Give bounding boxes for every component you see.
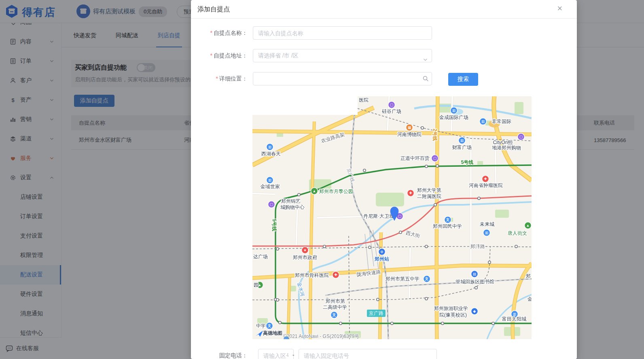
map-label: 丹尼斯·大卫城: [363, 213, 394, 219]
building-poi-icon: ▥: [480, 118, 487, 125]
map-label: 河南省肿瘤医院: [469, 183, 503, 188]
svg-text:▢: ▢: [270, 202, 273, 206]
pickup-name-input[interactable]: [253, 26, 432, 40]
svg-text:▦: ▦: [408, 125, 411, 130]
svg-text:⊙: ⊙: [380, 250, 383, 254]
map-label: 城购物中心: [280, 204, 305, 210]
detail-location-input[interactable]: [253, 72, 432, 85]
museum-poi-icon: ▦: [406, 124, 413, 131]
school-poi-icon: 文: [331, 312, 338, 319]
map-label: 郑州大学第: [417, 187, 441, 193]
svg-text:▲: ▲: [313, 189, 316, 193]
pickup-address-label: *自提点地址：: [191, 52, 248, 59]
landline-number-input[interactable]: [299, 349, 437, 359]
map-label: 唐人街文: [508, 230, 527, 236]
svg-text:文: 文: [425, 277, 429, 281]
map-label: ©2021 AutoNavi - GS(2019)6379号: [283, 334, 359, 339]
map-label: 郑: [526, 273, 531, 279]
map-label: 二附属医院: [417, 193, 441, 199]
map-label: 郑州旅游职业学: [434, 306, 468, 311]
map-label: 郑州市月季公园: [319, 189, 353, 194]
school-poi-icon: 文: [445, 217, 451, 223]
hospital-poi-icon: ✚: [482, 176, 489, 183]
svg-text:◆: ◆: [473, 309, 476, 313]
map-label: 中学: [256, 323, 266, 329]
search-icon: [422, 75, 429, 83]
svg-text:✚: ✚: [334, 273, 337, 277]
mall-poi-icon: ▢: [388, 102, 395, 108]
svg-text:▥: ▥: [452, 108, 456, 113]
svg-text:文: 文: [267, 324, 271, 328]
province-city-district-select[interactable]: 请选择省 /市 /区: [253, 49, 432, 62]
area-code-input[interactable]: [258, 349, 294, 359]
map-label: 达广场: [253, 254, 268, 259]
svg-text:▢: ▢: [433, 156, 437, 160]
building-poi-icon: ▥: [267, 177, 273, 184]
detail-location-label: *详细位置：: [191, 75, 248, 83]
park-poi-icon: ▲: [311, 188, 318, 195]
svg-text:▥: ▥: [460, 138, 464, 142]
map-label: 金域世家: [260, 184, 280, 189]
mall-poi-icon: ▢: [432, 155, 439, 162]
map-label: 非常国际: [492, 119, 511, 124]
map-label: 金成国际广场: [439, 115, 468, 120]
svg-text:▥: ▥: [481, 119, 485, 123]
map[interactable]: ▥▢▥▥▦▥▢▢▥▲▢✚✚▢文▥▲★⊙✚▲文文▤◆▥文 医院硅谷广场金成国际广场…: [252, 96, 532, 339]
map-label: 郑州市骨科医院: [295, 272, 329, 278]
svg-text:▥: ▥: [268, 145, 272, 149]
select-placeholder: 请选择省 /市 /区: [258, 52, 299, 59]
svg-text:✚: ✚: [409, 191, 412, 195]
map-label: 园: [254, 282, 258, 288]
svg-text:★: ★: [303, 248, 307, 252]
map-label: CityOn熙: [493, 140, 513, 145]
phone-separator: -: [292, 352, 294, 358]
svg-text:▥: ▥: [268, 178, 272, 182]
mall-poi-icon: ▢: [268, 201, 275, 208]
svg-text:文: 文: [446, 218, 450, 222]
map-label: 郑州锦艺: [281, 198, 301, 204]
map-label: 郑州市第五中学: [386, 276, 419, 282]
svg-text:▢: ▢: [519, 135, 523, 139]
close-icon[interactable]: ×: [554, 3, 566, 15]
map-label: 郑州市政府: [293, 255, 317, 260]
map-label: 地港郑州购物: [492, 145, 521, 151]
map-label: 郑州市第: [326, 298, 345, 304]
building-poi-icon: ▥: [267, 144, 273, 151]
modal-header-divider: [191, 18, 577, 19]
map-label: 河南博物院: [397, 132, 422, 137]
map-label: 西湖春天: [261, 151, 281, 157]
search-button[interactable]: 搜索: [448, 73, 478, 86]
map-label: 高德地图: [263, 330, 282, 336]
map-label: 管城回族区图书馆: [455, 279, 494, 285]
map-label: 金: [527, 296, 532, 302]
mall-poi-icon: ▢: [518, 134, 525, 140]
train-poi-icon: ⊙: [379, 249, 386, 255]
map-overlay-panel: [252, 96, 358, 115]
map-label: 正道中环百货: [400, 155, 430, 161]
hospital-poi-icon: ✚: [333, 272, 339, 278]
required-mark: *: [210, 30, 212, 36]
map-label: 硅谷广场: [382, 108, 401, 114]
map-label: 郑汴路: [470, 244, 485, 249]
book-poi-icon: ▤: [471, 271, 478, 278]
redcross-poi-icon: ✚: [407, 190, 414, 197]
chevron-down-icon: [423, 54, 428, 66]
building-poi-icon: ▥: [459, 137, 466, 144]
map-label: 财富广场: [452, 144, 472, 150]
modal-title: 添加自提点: [197, 5, 230, 14]
svg-text:▥: ▥: [485, 231, 489, 235]
svg-text:▲: ▲: [526, 223, 530, 227]
map-label: 郑州回民中学: [433, 223, 462, 229]
svg-text:▢: ▢: [390, 103, 394, 107]
map-label: 二高级中学: [323, 304, 347, 310]
school-poi-icon: 文: [266, 323, 273, 329]
map-label: 院(豫英校区): [439, 312, 467, 318]
svg-text:▥: ▥: [513, 312, 517, 316]
building-poi-icon: ▥: [451, 107, 458, 114]
map-label: 京广路: [369, 310, 383, 316]
map-label: 5号线: [271, 219, 277, 232]
grad-poi-icon: ◆: [471, 308, 478, 315]
gov-poi-icon: ★: [302, 247, 309, 254]
map-label: 郑州站: [374, 256, 390, 262]
svg-text:▤: ▤: [473, 272, 477, 276]
